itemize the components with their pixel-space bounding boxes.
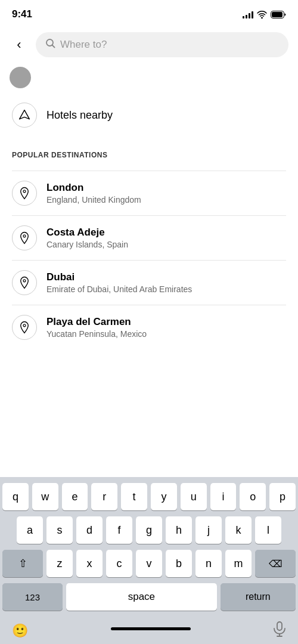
search-bar[interactable]: Where to? — [36, 32, 288, 57]
key-e[interactable]: e — [62, 483, 88, 510]
signal-icon — [243, 10, 253, 18]
key-k[interactable]: k — [225, 516, 252, 544]
key-q[interactable]: q — [2, 483, 29, 510]
dest-name: London — [46, 182, 141, 194]
svg-point-7 — [23, 280, 26, 282]
pin-icon-circle-playa — [12, 315, 37, 340]
search-icon — [45, 38, 55, 51]
svg-point-8 — [23, 324, 26, 327]
keyboard-row-3: ⇧ z x c v b n m ⌫ — [2, 550, 296, 577]
dest-sub: Emirate of Dubai, United Arab Emirates — [46, 284, 192, 294]
key-c[interactable]: c — [106, 550, 132, 577]
destination-text-costa: Costa Adeje Canary Islands, Spain — [46, 227, 128, 249]
svg-marker-4 — [20, 110, 30, 119]
keyboard: q w e r t y u i o p a s d f g h j k l ⇧ … — [0, 477, 298, 644]
numbers-key[interactable]: 123 — [2, 583, 63, 611]
search-header: ‹ Where to? — [0, 26, 298, 67]
key-a[interactable]: a — [17, 516, 43, 544]
section-title: POPULAR DESTINATIONS — [12, 151, 107, 159]
destination-row[interactable]: Dubai Emirate of Dubai, United Arab Emir… — [0, 261, 298, 305]
dest-name: Playa del Carmen — [46, 316, 147, 328]
battery-icon — [271, 11, 286, 18]
keyboard-row-2: a s d f g h j k l — [2, 516, 296, 544]
key-r[interactable]: r — [91, 483, 117, 510]
home-indicator — [111, 627, 191, 630]
key-s[interactable]: s — [46, 516, 73, 544]
microphone-icon[interactable] — [273, 621, 286, 640]
svg-point-6 — [23, 235, 26, 237]
backspace-key[interactable]: ⌫ — [255, 550, 296, 577]
dest-sub: Canary Islands, Spain — [46, 240, 128, 249]
destination-row[interactable]: Costa Adeje Canary Islands, Spain — [0, 216, 298, 260]
popular-destinations-header: POPULAR DESTINATIONS — [0, 137, 298, 166]
keyboard-row-1: q w e r t y u i o p — [2, 483, 296, 510]
key-p[interactable]: p — [269, 483, 296, 510]
shift-key[interactable]: ⇧ — [2, 550, 43, 577]
key-o[interactable]: o — [240, 483, 266, 510]
status-bar: 9:41 — [0, 0, 298, 26]
key-y[interactable]: y — [151, 483, 177, 510]
keyboard-row-4: 123 space return — [2, 583, 296, 611]
destination-text-london: London England, United Kingdom — [46, 182, 141, 205]
dest-sub: England, United Kingdom — [46, 195, 141, 205]
status-time: 9:41 — [12, 8, 32, 20]
nearby-icon-circle — [12, 103, 37, 128]
key-t[interactable]: t — [121, 483, 147, 510]
hotels-nearby-row[interactable]: Hotels nearby — [0, 93, 298, 137]
dest-name: Dubai — [46, 271, 192, 283]
dest-name: Costa Adeje — [46, 227, 128, 239]
keyboard-bottom-bar: 🙂 — [2, 617, 296, 644]
navigation-icon — [18, 109, 30, 121]
key-n[interactable]: n — [195, 550, 222, 577]
pin-icon-circle-costa — [12, 225, 37, 250]
key-z[interactable]: z — [46, 550, 73, 577]
pin-icon-circle-london — [12, 181, 37, 206]
svg-line-3 — [52, 45, 55, 48]
key-l[interactable]: l — [255, 516, 281, 544]
pin-icon — [18, 231, 30, 244]
key-v[interactable]: v — [136, 550, 162, 577]
pin-icon — [18, 187, 30, 200]
key-w[interactable]: w — [32, 483, 58, 510]
back-arrow-icon: ‹ — [17, 38, 21, 51]
pin-icon — [18, 276, 30, 289]
key-f[interactable]: f — [106, 516, 132, 544]
svg-rect-1 — [272, 12, 283, 17]
svg-rect-9 — [277, 622, 282, 630]
key-h[interactable]: h — [166, 516, 192, 544]
destination-text-dubai: Dubai Emirate of Dubai, United Arab Emir… — [46, 271, 192, 294]
search-placeholder: Where to? — [60, 39, 107, 51]
wifi-icon — [257, 11, 267, 18]
key-d[interactable]: d — [76, 516, 103, 544]
pin-icon — [18, 321, 30, 334]
destination-row[interactable]: Playa del Carmen Yucatan Peninsula, Mexi… — [0, 305, 298, 349]
pin-icon-circle-dubai — [12, 270, 37, 295]
key-g[interactable]: g — [136, 516, 162, 544]
avatar — [10, 67, 31, 88]
hotels-nearby-label: Hotels nearby — [46, 109, 113, 122]
destination-row[interactable]: London England, United Kingdom — [0, 171, 298, 215]
key-u[interactable]: u — [181, 483, 207, 510]
return-key[interactable]: return — [221, 583, 296, 611]
emoji-icon[interactable]: 🙂 — [12, 623, 28, 639]
back-button[interactable]: ‹ — [10, 35, 29, 54]
space-key[interactable]: space — [66, 583, 217, 611]
key-m[interactable]: m — [225, 550, 252, 577]
key-j[interactable]: j — [195, 516, 222, 544]
key-i[interactable]: i — [210, 483, 237, 510]
dest-sub: Yucatan Peninsula, Mexico — [46, 329, 147, 339]
key-x[interactable]: x — [76, 550, 103, 577]
key-b[interactable]: b — [166, 550, 192, 577]
status-icons — [243, 10, 286, 18]
svg-point-5 — [23, 190, 26, 193]
destination-text-playa: Playa del Carmen Yucatan Peninsula, Mexi… — [46, 316, 147, 339]
